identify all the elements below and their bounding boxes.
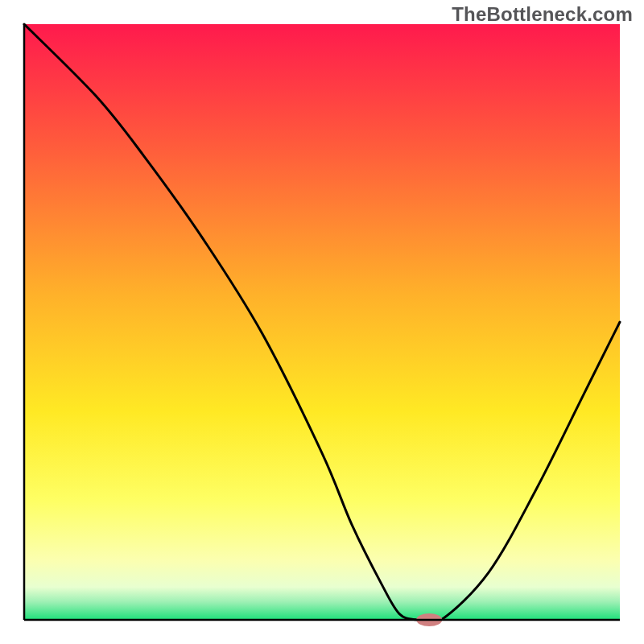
gradient-background bbox=[24, 24, 620, 620]
chart-container: TheBottleneck.com bbox=[0, 0, 644, 644]
watermark-text: TheBottleneck.com bbox=[452, 3, 633, 26]
plot-area bbox=[24, 24, 620, 626]
bottleneck-chart bbox=[0, 0, 644, 644]
